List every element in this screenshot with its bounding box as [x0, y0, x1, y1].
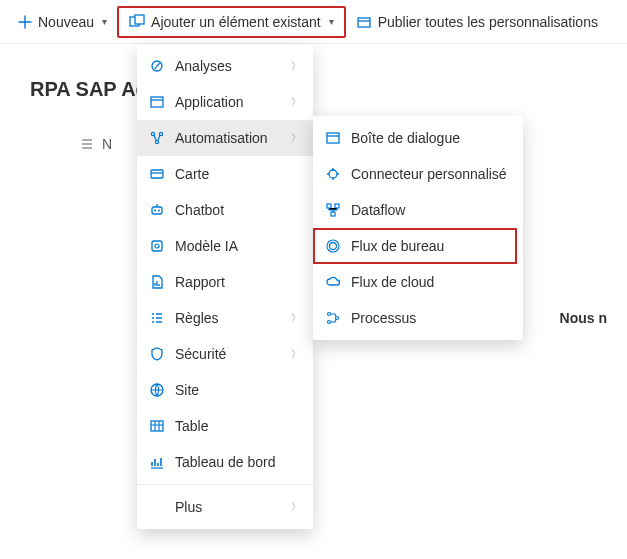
- menu-item-label: Rapport: [175, 274, 301, 290]
- svg-rect-17: [327, 204, 331, 208]
- automation-icon: [149, 130, 165, 146]
- menu-item-label: Modèle IA: [175, 238, 301, 254]
- chatbot-icon: [149, 202, 165, 218]
- svg-point-24: [328, 321, 331, 324]
- svg-point-11: [158, 210, 160, 212]
- submenu-item-label: Flux de bureau: [351, 238, 511, 254]
- menu-item-site[interactable]: Site: [137, 372, 313, 408]
- dialog-icon: [325, 130, 341, 146]
- menu-item-more[interactable]: Plus〉: [137, 489, 313, 525]
- submenu-item-connector[interactable]: Connecteur personnalisé: [313, 156, 523, 192]
- svg-rect-19: [331, 212, 335, 216]
- svg-rect-9: [152, 207, 162, 214]
- chevron-right-icon: 〉: [291, 311, 301, 325]
- new-button-label: Nouveau: [38, 14, 94, 30]
- card-icon: [149, 166, 165, 182]
- menu-item-label: Règles: [175, 310, 281, 326]
- submenu-item-dialog[interactable]: Boîte de dialogue: [313, 120, 523, 156]
- svg-rect-8: [151, 170, 163, 178]
- svg-point-16: [329, 170, 337, 178]
- cloud-flow-icon: [325, 274, 341, 290]
- menu-item-automation[interactable]: Automatisation〉: [137, 120, 313, 156]
- chevron-down-icon: ▾: [102, 16, 107, 27]
- menu-item-report[interactable]: Rapport: [137, 264, 313, 300]
- site-icon: [149, 382, 165, 398]
- svg-point-20: [330, 243, 337, 250]
- add-existing-button[interactable]: Ajouter un élément existant ▾: [117, 6, 346, 38]
- chevron-right-icon: 〉: [291, 59, 301, 73]
- menu-item-table[interactable]: Table: [137, 408, 313, 444]
- svg-rect-1: [135, 15, 144, 24]
- menu-item-security[interactable]: Sécurité〉: [137, 336, 313, 372]
- connector-icon: [325, 166, 341, 182]
- add-existing-label: Ajouter un élément existant: [151, 14, 321, 30]
- menu-item-label: Application: [175, 94, 281, 110]
- svg-rect-15: [327, 133, 339, 143]
- svg-point-10: [154, 210, 156, 212]
- list-icon: [80, 137, 94, 151]
- submenu-item-desktop-flow[interactable]: Flux de bureau: [313, 228, 523, 264]
- ai-model-icon: [149, 238, 165, 254]
- svg-point-22: [328, 313, 331, 316]
- menu-item-rules[interactable]: Règles〉: [137, 300, 313, 336]
- dataflow-icon: [325, 202, 341, 218]
- menu-item-analyses[interactable]: Analyses〉: [137, 48, 313, 84]
- report-icon: [149, 274, 165, 290]
- menu-item-label: Site: [175, 382, 301, 398]
- menu-item-label: Chatbot: [175, 202, 301, 218]
- publish-icon: [356, 14, 372, 30]
- submenu-item-label: Dataflow: [351, 202, 511, 218]
- rules-icon: [149, 310, 165, 326]
- svg-rect-18: [335, 204, 339, 208]
- submenu-item-cloud-flow[interactable]: Flux de cloud: [313, 264, 523, 300]
- menu-item-label: Plus: [175, 499, 281, 515]
- menu-item-card[interactable]: Carte: [137, 156, 313, 192]
- page-title: RPA SAP Ad: [30, 78, 148, 101]
- chevron-right-icon: 〉: [291, 500, 301, 514]
- publish-button[interactable]: Publier toutes les personnalisations: [346, 8, 608, 36]
- submenu-item-label: Flux de cloud: [351, 274, 511, 290]
- submenu-item-label: Processus: [351, 310, 511, 326]
- menu-item-label: Tableau de bord: [175, 454, 301, 470]
- menu-item-dashboard[interactable]: Tableau de bord: [137, 444, 313, 480]
- col-n: N: [102, 136, 112, 152]
- chevron-right-icon: 〉: [291, 347, 301, 361]
- svg-point-7: [155, 140, 158, 143]
- process-icon: [325, 310, 341, 326]
- automation-submenu: Boîte de dialogueConnecteur personnalisé…: [313, 116, 523, 340]
- security-icon: [149, 346, 165, 362]
- chevron-right-icon: 〉: [291, 95, 301, 109]
- analyses-icon: [149, 58, 165, 74]
- command-bar: Nouveau ▾ Ajouter un élément existant ▾ …: [0, 0, 627, 44]
- svg-rect-14: [151, 421, 163, 431]
- svg-rect-4: [151, 97, 163, 107]
- grid-col-name-left[interactable]: N: [80, 136, 112, 152]
- menu-item-application[interactable]: Application〉: [137, 84, 313, 120]
- menu-separator: [137, 484, 313, 485]
- menu-item-label: Sécurité: [175, 346, 281, 362]
- chevron-down-icon: ▾: [329, 16, 334, 27]
- chevron-right-icon: 〉: [291, 131, 301, 145]
- menu-item-ai-model[interactable]: Modèle IA: [137, 228, 313, 264]
- application-icon: [149, 94, 165, 110]
- menu-item-chatbot[interactable]: Chatbot: [137, 192, 313, 228]
- svg-rect-2: [358, 18, 370, 27]
- new-button[interactable]: Nouveau ▾: [8, 8, 117, 36]
- svg-point-23: [336, 317, 339, 320]
- menu-item-label: Automatisation: [175, 130, 281, 146]
- desktop-flow-icon: [325, 238, 341, 254]
- submenu-item-label: Boîte de dialogue: [351, 130, 511, 146]
- submenu-item-process[interactable]: Processus: [313, 300, 523, 336]
- add-existing-menu: Analyses〉Application〉Automatisation〉Cart…: [137, 44, 313, 529]
- submenu-item-label: Connecteur personnalisé: [351, 166, 511, 182]
- table-icon: [149, 418, 165, 434]
- empty-state-text: Nous n: [560, 310, 607, 326]
- add-existing-icon: [129, 14, 145, 30]
- menu-item-label: Table: [175, 418, 301, 434]
- svg-point-12: [155, 244, 159, 248]
- publish-label: Publier toutes les personnalisations: [378, 14, 598, 30]
- submenu-item-dataflow[interactable]: Dataflow: [313, 192, 523, 228]
- svg-point-21: [327, 240, 339, 252]
- plus-icon: [18, 15, 32, 29]
- dashboard-icon: [149, 454, 165, 470]
